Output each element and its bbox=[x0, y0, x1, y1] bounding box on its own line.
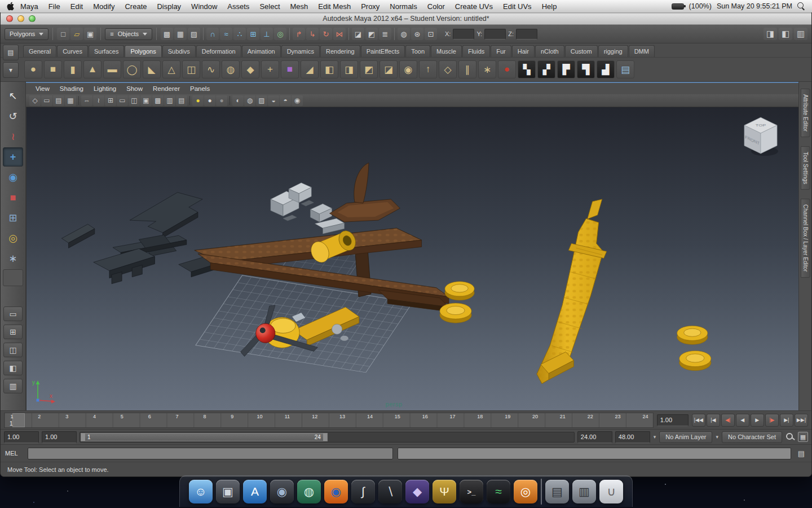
panel-tool-textured[interactable]: ▨ bbox=[256, 95, 267, 106]
apple-menu[interactable] bbox=[7, 2, 14, 11]
script-editor-icon[interactable]: ▤ bbox=[796, 448, 807, 459]
shelf-tab-curves[interactable]: Curves bbox=[57, 45, 88, 57]
menu-set-selector[interactable]: Polygons bbox=[5, 28, 48, 40]
dock-icon-safari[interactable]: ◉ bbox=[270, 480, 294, 503]
status-icon-open-scene[interactable]: ▱ bbox=[70, 28, 83, 40]
view-cube[interactable]: TOP FRONT bbox=[742, 115, 779, 157]
macos-menu-modify[interactable]: Modify bbox=[88, 2, 120, 11]
macos-menu-proxy[interactable]: Proxy bbox=[356, 2, 385, 11]
character-set-arrow[interactable]: ▾ bbox=[715, 434, 719, 440]
playback-button-step-back-key[interactable]: |◀ bbox=[707, 414, 720, 427]
shelf-tab-fluids[interactable]: Fluids bbox=[462, 45, 490, 57]
shelf-tab-animation[interactable]: Animation bbox=[242, 45, 281, 57]
layout-button-pane-outliner[interactable]: ◧ bbox=[3, 361, 23, 375]
y-input[interactable] bbox=[484, 29, 506, 40]
playback-button-step-forward-key[interactable]: ▶| bbox=[780, 414, 793, 427]
panel-tool-wireframe-on-shaded[interactable]: ◍ bbox=[244, 95, 255, 106]
dock-icon-downloads-stack[interactable]: ▥ bbox=[572, 480, 596, 503]
shelf-tab-dynamics[interactable]: Dynamics bbox=[281, 45, 320, 57]
time-slider[interactable]: 123456789101112131415161718192021222324 … bbox=[4, 413, 654, 428]
panel-tool-lighting-default[interactable]: ● bbox=[204, 95, 215, 106]
panel-tool-safe-title[interactable]: ▤ bbox=[176, 95, 187, 106]
animation-end-field[interactable] bbox=[615, 431, 650, 443]
dock-icon-preview[interactable]: ▣ bbox=[216, 480, 240, 503]
character-set-button[interactable]: No Character Set bbox=[722, 431, 782, 443]
playback-button-step-forward-frame[interactable]: |▶ bbox=[765, 414, 779, 427]
shelf-icon-poly-plane[interactable]: ▬ bbox=[103, 60, 121, 78]
shelf-tab-ncloth[interactable]: nCloth bbox=[535, 45, 564, 57]
shelf-tab-surfaces[interactable]: Surfaces bbox=[89, 45, 124, 57]
macos-menu-help[interactable]: Help bbox=[537, 2, 562, 11]
shelf-icon-smooth[interactable]: ◉ bbox=[399, 60, 417, 78]
shelf-tab-rendering[interactable]: Rendering bbox=[320, 45, 360, 57]
window-title-bar[interactable]: Autodesk Maya 2012 x64 – Student Version… bbox=[1, 12, 811, 25]
sidebar-tab-channel-box-layer-editor[interactable]: Channel Box / Layer Editor bbox=[801, 199, 810, 278]
status-icon-make-live[interactable]: ◎ bbox=[274, 28, 286, 40]
status-icon-toolbox-extra[interactable]: ⊡ bbox=[425, 28, 437, 40]
panel-tool-lighting-all[interactable]: ● bbox=[192, 95, 204, 106]
shelf-icon-combine[interactable]: ◧ bbox=[320, 60, 338, 78]
range-slider[interactable]: 1 24 bbox=[80, 432, 575, 443]
tool-lasso-tool[interactable]: ↺ bbox=[3, 107, 23, 126]
tool-universal-manipulator[interactable]: ⊞ bbox=[3, 208, 23, 227]
sidebar-tab-tool-settings[interactable]: Tool Settings bbox=[801, 146, 810, 190]
tool-move-tool[interactable]: + bbox=[3, 147, 23, 167]
spotlight-icon[interactable] bbox=[797, 2, 805, 10]
sidebar-tab-attribute-editor[interactable]: Attribute Editor bbox=[801, 89, 810, 137]
tool-show-manipulator[interactable]: ∗ bbox=[3, 249, 23, 268]
panel-tool-sep-a[interactable] bbox=[78, 96, 79, 105]
status-icon-sep-2[interactable] bbox=[289, 28, 290, 40]
panel-tool-sep-b[interactable] bbox=[189, 96, 190, 105]
tool-last-tool[interactable] bbox=[3, 269, 23, 286]
dock-icon-rss-app[interactable]: ◎ bbox=[514, 480, 537, 503]
anim-layer-button[interactable]: No Anim Layer bbox=[659, 431, 712, 443]
layout-button-two-pane[interactable]: ◫ bbox=[3, 343, 23, 357]
mel-input[interactable] bbox=[28, 448, 393, 459]
playback-button-go-to-end[interactable]: ▶▶| bbox=[795, 414, 808, 427]
panel-tool-grease-pencil[interactable]: ≀ bbox=[93, 95, 104, 106]
panel-tool-bookmarks[interactable]: ▤ bbox=[53, 95, 64, 106]
status-icon-hypershade[interactable]: ◍ bbox=[398, 28, 410, 40]
panel-tool-field-chart[interactable]: ▩ bbox=[152, 95, 164, 106]
dock-icon-finder[interactable]: ☺ bbox=[189, 480, 213, 503]
shelf-icon-poly-cylinder[interactable]: ▮ bbox=[64, 60, 82, 78]
panel-tool-2d-pan-zoom[interactable]: ⇔ bbox=[81, 95, 92, 106]
shelf-icon-flip-uv[interactable]: ▞ bbox=[537, 60, 555, 78]
macos-menu-edit[interactable]: Edit bbox=[65, 2, 88, 11]
macos-menu-select[interactable]: Select bbox=[254, 2, 285, 11]
shelf-tab-painteffects[interactable]: PaintEffects bbox=[361, 45, 405, 57]
shelf-icon-poly-pipe[interactable]: ◫ bbox=[182, 60, 200, 78]
shelf-icon-merge-vertices[interactable]: ∗ bbox=[478, 60, 496, 78]
status-icon-snap-together[interactable]: ⋈ bbox=[333, 28, 346, 40]
status-icon-sep-1[interactable] bbox=[203, 28, 204, 40]
panel-tool-film-gate[interactable]: ▭ bbox=[117, 95, 128, 106]
command-output[interactable] bbox=[398, 448, 791, 459]
shelf-icon-poly-cube[interactable]: ■ bbox=[44, 60, 62, 78]
shelf-corner-button-shelf-tab-selector[interactable]: ▤ bbox=[3, 45, 19, 60]
zoom-button[interactable] bbox=[29, 15, 36, 22]
status-icon-snap-to-view-plane[interactable]: ⊥ bbox=[261, 28, 273, 40]
shelf-icon-poly-wedge[interactable]: ◢ bbox=[301, 60, 319, 78]
shelf-corner-button-shelf-menu[interactable]: ▾ bbox=[3, 62, 19, 78]
sidebar-toggle-channel-box-toggle[interactable]: ▥ bbox=[794, 28, 807, 40]
playback-start-field[interactable] bbox=[42, 431, 77, 443]
scene-3d[interactable] bbox=[27, 107, 798, 410]
tool-soft-modification[interactable]: ◎ bbox=[3, 229, 23, 248]
playback-range-handle[interactable]: 1 24 bbox=[81, 433, 328, 441]
battery-icon[interactable] bbox=[672, 3, 684, 10]
status-icon-paint-effects[interactable]: ⊛ bbox=[411, 28, 423, 40]
panel-tool-camera-attributes[interactable]: ▭ bbox=[41, 95, 52, 106]
dock-icon-maya[interactable]: Ψ bbox=[433, 480, 456, 503]
shelf-tab-custom[interactable]: Custom bbox=[565, 45, 598, 57]
macos-menu-normals[interactable]: Normals bbox=[385, 2, 422, 11]
panel-tool-sep-c[interactable] bbox=[230, 96, 230, 105]
status-icon-select-hierarchy-mode[interactable]: ▩ bbox=[161, 28, 173, 40]
status-icon-construction-history[interactable]: ↻ bbox=[320, 28, 332, 40]
dock-icon-media-app[interactable]: ◆ bbox=[405, 480, 429, 503]
minimize-button[interactable] bbox=[17, 15, 24, 22]
layout-button-four-pane[interactable]: ⊞ bbox=[3, 325, 23, 339]
status-icon-snap-to-point[interactable]: ∴ bbox=[233, 28, 246, 40]
layout-button-pane-hypergraph[interactable]: ▥ bbox=[3, 379, 23, 393]
playback-end-field[interactable] bbox=[577, 431, 612, 443]
dock-icon-dashboard[interactable]: ◍ bbox=[297, 480, 321, 503]
